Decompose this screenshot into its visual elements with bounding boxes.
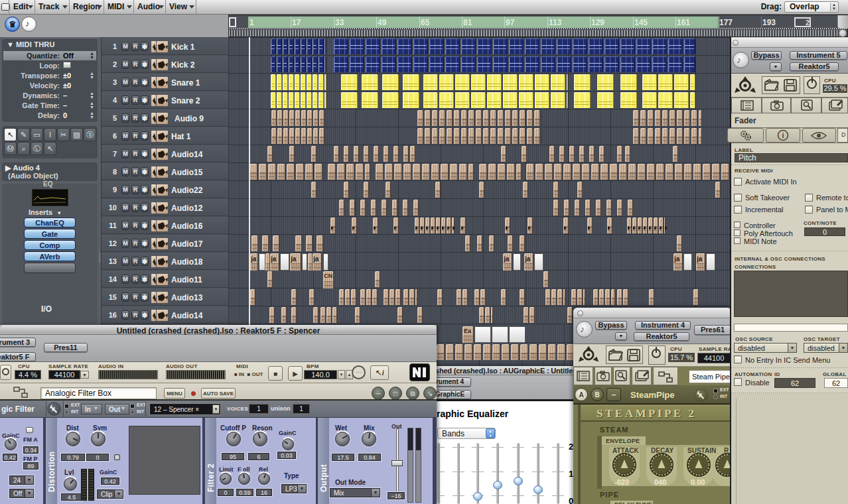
svg-text:i: i xyxy=(782,131,784,139)
